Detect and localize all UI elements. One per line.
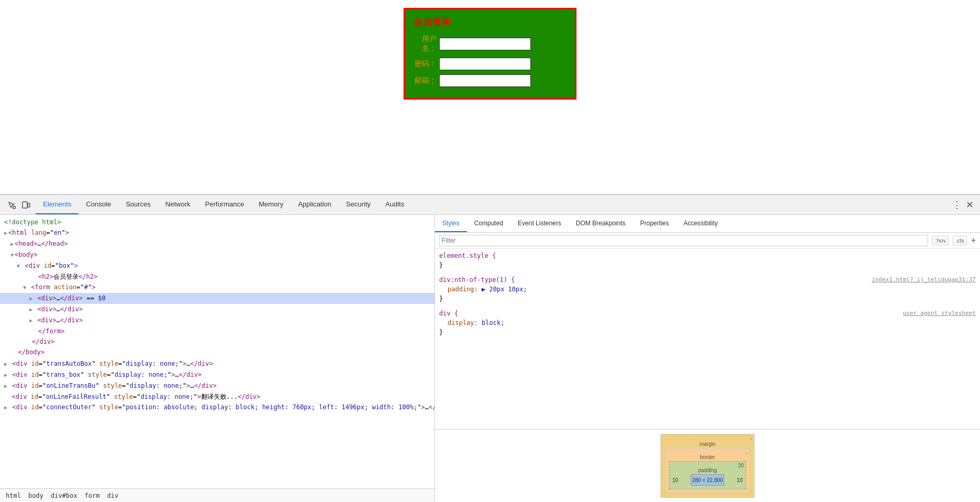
tab-performance[interactable]: Performance bbox=[198, 195, 251, 214]
border-label: border bbox=[700, 454, 715, 460]
css-rule-div: div { user agent stylesheet display: blo… bbox=[439, 309, 976, 337]
html-line[interactable]: ▶ <div id="connectOuter" style="position… bbox=[0, 402, 434, 413]
css-prop: padding: bbox=[448, 286, 478, 293]
tab-accessibility[interactable]: Accessibility bbox=[676, 215, 725, 232]
css-brace: } bbox=[439, 329, 443, 336]
browser-content-area: 会员登录 用户名： 密码： 邮箱： bbox=[0, 0, 980, 194]
padding-left: 10 bbox=[672, 477, 678, 483]
css-source-link[interactable]: index1.html?_ij_telcdugap31:37 bbox=[872, 275, 976, 285]
tab-sources[interactable]: Sources bbox=[118, 195, 158, 214]
username-row: 用户名： bbox=[413, 35, 567, 53]
elements-content[interactable]: <!doctype html> ▶<html lang="en"> ▶<head… bbox=[0, 215, 434, 488]
tab-dom-breakpoints[interactable]: DOM Breakpoints bbox=[569, 215, 633, 232]
svg-rect-2 bbox=[28, 203, 30, 207]
devtools-tabs: Elements Console Sources Network Perform… bbox=[36, 195, 411, 214]
html-line[interactable]: ▼ <div id="box"> bbox=[0, 260, 434, 271]
tab-properties[interactable]: Properties bbox=[633, 215, 676, 232]
password-row: 密码： bbox=[413, 58, 567, 70]
username-input[interactable] bbox=[439, 38, 531, 50]
css-selector-line: div:nth-of-type(1) { index1.html?_ij_tel… bbox=[439, 275, 976, 285]
margin-dash: - bbox=[750, 435, 752, 441]
html-line[interactable]: <!doctype html> bbox=[0, 217, 434, 227]
tab-memory[interactable]: Memory bbox=[252, 195, 291, 214]
html-line[interactable]: ▼<body> bbox=[0, 249, 434, 260]
box-model-section: margin - border - padding 20 bbox=[435, 429, 980, 502]
margin-label: margin bbox=[700, 441, 716, 447]
css-rule-element-style: element.style { } bbox=[439, 251, 976, 270]
inspect-element-button[interactable] bbox=[4, 198, 19, 212]
breadcrumb-div[interactable]: div bbox=[105, 492, 120, 500]
email-row: 邮箱： bbox=[413, 74, 567, 87]
html-line[interactable]: ▶ <div id="onLineTransBu" style="display… bbox=[0, 380, 434, 391]
devtools-main: <!doctype html> ▶<html lang="en"> ▶<head… bbox=[0, 215, 980, 502]
box-model: margin - border - padding 20 bbox=[660, 434, 755, 498]
html-line[interactable]: ▶ <div>…</div> bbox=[0, 304, 434, 315]
css-prop-line: padding: ▶ 20px 10px; bbox=[439, 285, 976, 294]
html-line[interactable]: </form> bbox=[0, 326, 434, 336]
close-devtools-button[interactable]: ✕ bbox=[963, 199, 976, 211]
css-brace: } bbox=[439, 295, 443, 302]
css-rule-nth-type: div:nth-of-type(1) { index1.html?_ij_tel… bbox=[439, 275, 976, 303]
styles-panel: Styles Computed Event Listeners DOM Brea… bbox=[435, 215, 980, 502]
breadcrumb-body[interactable]: body bbox=[27, 492, 45, 500]
css-close-line: } bbox=[439, 328, 976, 337]
html-line[interactable]: ▶<html lang="en"> bbox=[0, 227, 434, 238]
tab-audits[interactable]: Audits bbox=[378, 195, 411, 214]
css-brace: } bbox=[439, 261, 443, 269]
padding-value: 20 bbox=[738, 463, 744, 468]
css-selector: div:nth-of-type(1) { bbox=[439, 276, 515, 283]
css-selector-line: element.style { bbox=[439, 251, 976, 260]
tab-elements[interactable]: Elements bbox=[36, 195, 79, 214]
email-input[interactable] bbox=[439, 74, 531, 87]
html-line[interactable]: </div> bbox=[0, 336, 434, 347]
svg-point-0 bbox=[13, 206, 16, 209]
padding-label: padding bbox=[698, 467, 717, 473]
filter-hov-button[interactable]: :hov bbox=[932, 236, 949, 245]
login-form-container: 会员登录 用户名： 密码： 邮箱： bbox=[404, 8, 576, 100]
devtools-panel: Elements Console Sources Network Perform… bbox=[0, 194, 980, 502]
html-line[interactable]: </body> bbox=[0, 347, 434, 357]
css-value: block; bbox=[482, 319, 504, 326]
tab-computed[interactable]: Computed bbox=[467, 215, 510, 232]
css-selector: element.style { bbox=[439, 252, 496, 259]
styles-content[interactable]: element.style { } div:nth-of-type(1) { i… bbox=[435, 249, 980, 429]
css-selector-line: div { user agent stylesheet bbox=[439, 309, 976, 318]
html-line-selected[interactable]: ▶ <div>…</div> == $0 bbox=[0, 293, 434, 304]
html-line[interactable]: ▶ <div>…</div> bbox=[0, 315, 434, 326]
tab-event-listeners[interactable]: Event Listeners bbox=[510, 215, 569, 232]
login-title: 会员登录 bbox=[413, 16, 567, 28]
tab-styles[interactable]: Styles bbox=[435, 215, 467, 232]
elements-panel: <!doctype html> ▶<html lang="en"> ▶<head… bbox=[0, 215, 435, 502]
css-close-line: } bbox=[439, 260, 976, 270]
tab-security[interactable]: Security bbox=[339, 195, 378, 214]
css-prop: display: bbox=[448, 319, 478, 326]
html-line[interactable]: ▶<head>…</head> bbox=[0, 238, 434, 249]
device-toggle-button[interactable] bbox=[19, 198, 34, 212]
html-line[interactable]: <h2>会员登录</h2> bbox=[0, 271, 434, 282]
html-line[interactable]: ▼ <form action="#"> bbox=[0, 282, 434, 293]
password-input[interactable] bbox=[439, 58, 531, 70]
breadcrumb-divbox[interactable]: div#box bbox=[49, 492, 79, 500]
css-prop-line: display: block; bbox=[439, 318, 976, 328]
tab-console[interactable]: Console bbox=[79, 195, 118, 214]
styles-filter-bar: :hov .cls + bbox=[435, 233, 980, 249]
breadcrumb-html[interactable]: html bbox=[4, 492, 23, 500]
border-dash: - bbox=[746, 450, 747, 455]
html-line[interactable]: ▶ <div id="trans_box" style="display: no… bbox=[0, 369, 434, 380]
html-line[interactable]: <div id="onLineFailResult" style="displa… bbox=[0, 391, 434, 402]
password-label: 密码： bbox=[413, 59, 437, 69]
filter-add-button[interactable]: + bbox=[971, 236, 976, 245]
border-box: border - padding 20 10 bbox=[665, 448, 750, 493]
more-options-button[interactable]: ⋮ bbox=[951, 199, 963, 211]
tab-network[interactable]: Network bbox=[158, 195, 198, 214]
css-source-ua[interactable]: user agent stylesheet bbox=[903, 309, 976, 318]
breadcrumb: html body div#box form div bbox=[0, 488, 434, 502]
tab-application[interactable]: Application bbox=[291, 195, 339, 214]
styles-filter-input[interactable] bbox=[439, 235, 928, 246]
filter-cls-button[interactable]: .cls bbox=[953, 236, 967, 245]
box-sides: 10 280 × 22.800 10 bbox=[672, 474, 743, 486]
svg-rect-1 bbox=[23, 202, 27, 208]
html-line[interactable]: ▶ <div id="transAutoBox" style="display:… bbox=[0, 358, 434, 369]
breadcrumb-form[interactable]: form bbox=[83, 492, 101, 500]
margin-box: margin - border - padding 20 bbox=[660, 434, 755, 498]
